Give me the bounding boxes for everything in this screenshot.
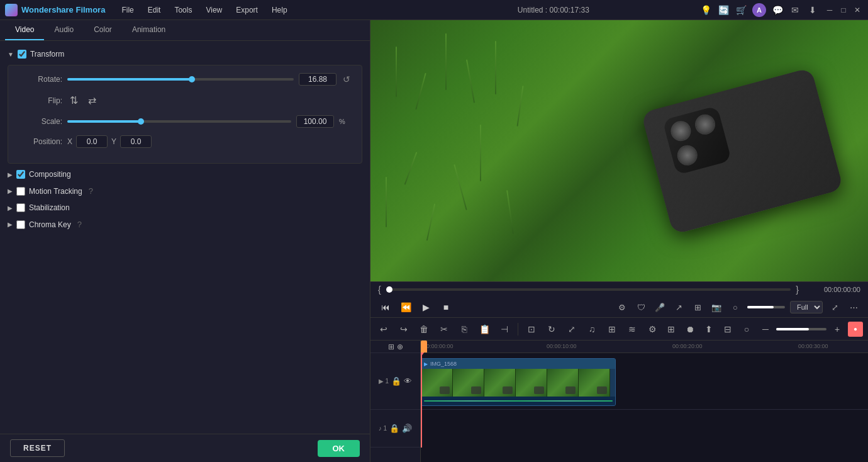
export-icon[interactable]: ↗ (672, 300, 686, 314)
add-video-track-button[interactable]: ⊞ (388, 342, 394, 351)
timeline-ruler: 00:00:00:00 00:00:10:00 00:00:20:00 00:0… (421, 341, 868, 353)
compositing-checkbox[interactable] (16, 170, 25, 179)
tab-animation[interactable]: Animation (122, 20, 175, 40)
ruler-mark-2: 00:00:20:00 (672, 343, 703, 349)
stop-button[interactable]: ■ (438, 300, 453, 315)
menu-file[interactable]: File (115, 3, 140, 17)
rotate-input[interactable]: 16.88 (299, 73, 337, 86)
record-tool[interactable]: ⏺ (682, 321, 698, 337)
play-button[interactable]: ▶ (418, 300, 433, 315)
motion-tracking-checkbox[interactable] (16, 187, 25, 196)
logo-icon (5, 4, 18, 16)
zoom-slider[interactable] (776, 328, 826, 330)
flip-vertical-button[interactable]: ⇄ (86, 93, 99, 108)
shield-icon[interactable]: 🛡 (634, 300, 648, 314)
mic-icon[interactable]: 🎤 (653, 300, 667, 314)
audio-lock-icon[interactable]: 🔒 (389, 424, 399, 433)
user-avatar[interactable]: A (752, 3, 766, 17)
zoom-tool[interactable]: ⊞ (604, 321, 620, 337)
track-lock-icon[interactable]: 🔒 (391, 376, 401, 386)
timeline-right-tools: ⚙ ⊞ ⏺ ⬆ ⊟ ○ ─ + ● (644, 321, 863, 337)
minimize-button[interactable]: ─ (824, 4, 835, 16)
stabilization-section-header[interactable]: ▶ Stabilization (0, 200, 370, 216)
ok-button[interactable]: OK (318, 440, 360, 457)
circle-tool[interactable]: ○ (738, 321, 755, 337)
track-eye-icon[interactable]: 👁 (404, 376, 412, 386)
tab-video[interactable]: Video (5, 20, 44, 40)
paste-tool[interactable]: 📋 (476, 321, 492, 337)
playhead-line[interactable] (421, 353, 422, 448)
menu-export[interactable]: Export (230, 3, 264, 17)
transform-section-header[interactable]: ▼ Transform (0, 46, 370, 62)
scrubber-head[interactable] (386, 286, 392, 293)
tab-color[interactable]: Color (84, 20, 122, 40)
crop-tool[interactable]: ⊡ (523, 321, 540, 337)
recording-indicator[interactable]: ● (848, 322, 863, 337)
more-options-icon[interactable]: ⋯ (847, 300, 860, 314)
copy-tool[interactable]: ⎘ (456, 321, 472, 337)
split-tool[interactable]: ⊣ (496, 321, 513, 337)
scale-input[interactable]: 100.00 (296, 115, 334, 128)
bulb-icon[interactable]: 💡 (699, 4, 712, 16)
zoom-minus-icon[interactable]: ─ (757, 321, 774, 337)
settings-icon[interactable]: ⚙ (615, 300, 629, 314)
out-point-marker[interactable]: } (796, 285, 799, 295)
step-back-button[interactable]: ⏪ (398, 300, 413, 315)
fit-tool[interactable]: ⤢ (564, 321, 580, 337)
cut-tool[interactable]: ✂ (436, 321, 452, 337)
scrubber-bar[interactable] (386, 288, 791, 291)
motion-tracking-title: Motion Tracking (29, 187, 82, 196)
rotate-reset-icon[interactable]: ↺ (342, 73, 352, 86)
rotate-slider[interactable] (67, 78, 294, 81)
chroma-key-help-icon[interactable]: ? (77, 220, 82, 229)
chroma-key-section-header[interactable]: ▶ Chroma Key ? (0, 216, 370, 233)
camera-icon[interactable]: 📷 (709, 300, 723, 314)
transition-tool[interactable]: ⊟ (720, 321, 736, 337)
audio-tool[interactable]: ♫ (584, 321, 600, 337)
skip-to-start-button[interactable]: ⏮ (378, 300, 393, 315)
in-point-marker[interactable]: { (378, 285, 381, 295)
delete-tool[interactable]: 🗑 (416, 321, 432, 337)
download-icon[interactable]: ⬇ (806, 4, 819, 16)
undo-tool[interactable]: ↩ (376, 321, 392, 337)
grid-tool[interactable]: ⊞ (663, 321, 679, 337)
snap-tool[interactable]: ⚙ (644, 321, 660, 337)
position-y-input[interactable] (120, 135, 152, 148)
tab-audio[interactable]: Audio (44, 20, 84, 40)
transform-checkbox[interactable] (18, 50, 26, 59)
motion-tracking-section-header[interactable]: ▶ Motion Tracking ? (0, 183, 370, 200)
volume-slider[interactable] (747, 306, 785, 308)
quality-select[interactable]: Full (790, 301, 823, 313)
rotate-tool[interactable]: ↻ (543, 321, 560, 337)
ruler-mark-3: 00:00:30:00 (798, 343, 828, 349)
chroma-key-checkbox[interactable] (16, 220, 25, 229)
motion-tracking-help-icon[interactable]: ? (89, 186, 93, 196)
resize-icon[interactable]: ⊞ (691, 300, 704, 314)
menu-edit[interactable]: Edit (142, 3, 167, 17)
compositing-section-header[interactable]: ▶ Compositing (0, 166, 370, 183)
refresh-icon[interactable]: 🔄 (717, 4, 730, 16)
add-audio-track-button[interactable]: ⊕ (397, 342, 403, 351)
menu-view[interactable]: View (199, 3, 228, 17)
cart-icon[interactable]: 🛒 (735, 4, 747, 16)
import-tool[interactable]: ⬆ (701, 321, 717, 337)
close-button[interactable]: ✕ (852, 4, 863, 16)
audio-eye-icon[interactable]: 🔊 (402, 424, 412, 433)
redo-tool[interactable]: ↪ (396, 321, 412, 337)
stabilization-checkbox[interactable] (16, 203, 25, 212)
zoom-plus-icon[interactable]: + (829, 321, 845, 337)
video-clip[interactable]: ▶ IMG_1568 (421, 358, 616, 406)
waveform-tool[interactable]: ≋ (624, 321, 640, 337)
scale-slider[interactable] (67, 120, 291, 123)
menu-help[interactable]: Help (265, 3, 294, 17)
mail-icon[interactable]: ✉ (789, 4, 801, 16)
flip-horizontal-button[interactable]: ⇅ (67, 93, 81, 108)
chat-icon[interactable]: 💬 (771, 4, 784, 16)
left-panel: Video Audio Color Animation ▼ Transform … (0, 20, 370, 462)
reset-button[interactable]: RESET (10, 439, 65, 457)
maximize-button[interactable]: □ (838, 4, 849, 16)
menu-tools[interactable]: Tools (168, 3, 198, 17)
position-x-input[interactable] (76, 135, 108, 148)
fullscreen-icon[interactable]: ⤢ (828, 300, 842, 314)
minus-icon[interactable]: ○ (728, 300, 742, 314)
